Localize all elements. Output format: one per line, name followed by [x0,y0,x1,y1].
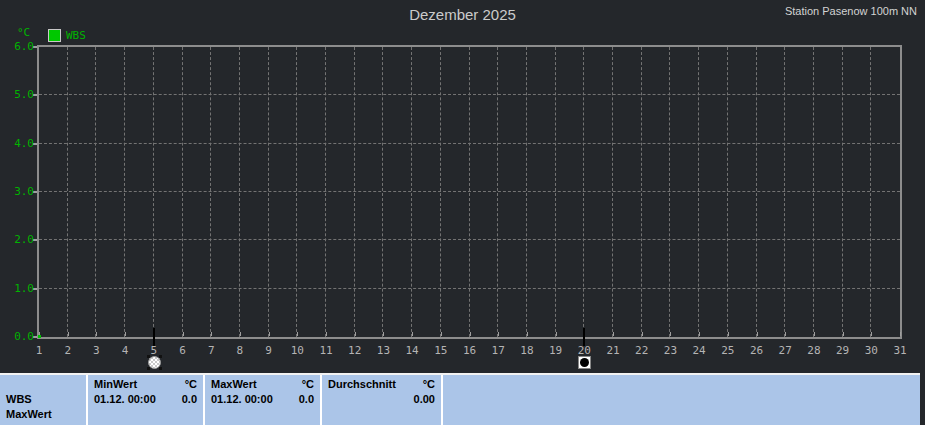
legend: WBS [48,29,86,42]
stats-empty-area [443,375,920,425]
range-marker-start-indicator-line [153,328,155,346]
y-gridline [39,288,900,289]
x-axis-label: 24 [688,344,710,357]
y-axis-label: 6.0 [8,41,34,53]
x-axis-tick [441,332,442,336]
x-axis-tick [527,332,528,336]
x-axis-tick [814,332,815,336]
x-axis-label: 30 [860,344,882,357]
x-axis-tick [785,332,786,336]
y-gridline [39,239,900,240]
x-gridline [870,47,871,337]
x-axis-tick [269,332,270,336]
x-gridline [210,47,211,337]
x-axis-tick [412,332,413,336]
marker-selection-handle [159,367,162,370]
x-axis-label: 11 [315,344,337,357]
stats-table: WBS MaxWert MinWert °C 01.12. 00:00 0.0 … [0,373,920,425]
x-axis-label: 22 [631,344,653,357]
x-axis-label: 15 [430,344,452,357]
x-axis-tick [613,332,614,336]
x-gridline [842,47,843,337]
y-axis-label: 2.0 [8,234,34,246]
x-axis-tick [183,332,184,336]
x-axis-label: 27 [774,344,796,357]
minwert-value: 0.0 [182,392,197,407]
x-gridline [124,47,125,337]
minwert-header: MinWert [94,377,137,392]
x-gridline [784,47,785,337]
durchschnitt-header: Durchschnitt [328,377,396,392]
stats-col-minwert: MinWert °C 01.12. 00:00 0.0 [88,375,205,425]
y-gridline [39,191,900,192]
x-gridline [555,47,556,337]
maxwert-header: MaxWert [211,377,257,392]
x-gridline [411,47,412,337]
marker-selection-handle [159,355,162,358]
wbs-data-point [38,335,41,338]
x-axis-tick [211,332,212,336]
x-axis-label: 9 [258,344,280,357]
station-label: Station Pasenow 100m NN [785,5,917,17]
maxwert-date: 01.12. 00:00 [211,392,273,407]
legend-label-wbs: WBS [66,29,86,42]
x-axis-label: 3 [85,344,107,357]
x-axis-label: 29 [832,344,854,357]
x-axis-tick [355,332,356,336]
x-axis-label: 2 [57,344,79,357]
x-axis-label: 14 [401,344,423,357]
x-axis-tick [670,332,671,336]
stats-header-spacer [0,377,86,392]
x-gridline [469,47,470,337]
x-axis-tick [498,332,499,336]
x-axis-tick [642,332,643,336]
legend-swatch-wbs-icon [48,29,61,42]
range-marker-end[interactable] [577,355,592,370]
range-marker-end-indicator-line [583,328,585,346]
stats-row-labels: WBS MaxWert [0,375,88,425]
x-axis-tick [900,332,901,336]
x-axis-label: 7 [200,344,222,357]
x-axis-tick [326,332,327,336]
y-gridline [39,94,900,95]
x-gridline [813,47,814,337]
x-axis-label: 10 [286,344,308,357]
x-axis-tick [68,332,69,336]
x-axis-label: 1 [28,344,50,357]
x-axis-label: 31 [889,344,911,357]
marker-selection-handle [147,367,150,370]
x-axis-label: 19 [545,344,567,357]
x-gridline [182,47,183,337]
x-gridline [67,47,68,337]
square-dot-icon [578,356,591,369]
x-axis-label: 28 [803,344,825,357]
y-axis-label: 4.0 [8,138,34,150]
x-axis-tick [470,332,471,336]
x-gridline [756,47,757,337]
y-axis-label: 1.0 [8,283,34,295]
x-axis-label: 21 [602,344,624,357]
x-axis-tick [297,332,298,336]
minwert-unit: °C [185,377,197,392]
range-marker-start[interactable] [147,355,162,370]
x-axis-label: 26 [746,344,768,357]
x-axis-tick [843,332,844,336]
x-gridline [268,47,269,337]
y-axis-label: 5.0 [8,89,34,101]
x-gridline [440,47,441,337]
x-axis-label: 12 [344,344,366,357]
x-axis-label: 25 [717,344,739,357]
x-axis-tick [240,332,241,336]
y-axis-unit-label: °C [17,26,30,39]
maxwert-value: 0.0 [299,392,314,407]
x-gridline [296,47,297,337]
plot-area [37,45,902,339]
x-gridline [698,47,699,337]
marker-selection-handle [147,355,150,358]
stats-col-durchschnitt: Durchschnitt °C 0.00 [322,375,443,425]
durchschnitt-unit: °C [423,377,435,392]
x-axis-tick [728,332,729,336]
x-gridline [641,47,642,337]
x-gridline [382,47,383,337]
stats-col-maxwert: MaxWert °C 01.12. 00:00 0.0 [205,375,322,425]
